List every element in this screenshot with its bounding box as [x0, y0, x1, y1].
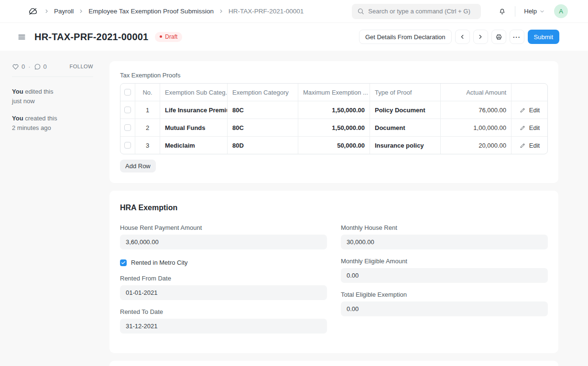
navbar-divider: [515, 6, 515, 17]
sidebar-reactions: 0 · 0 FOLLOW: [12, 63, 93, 70]
chevron-left-icon: [459, 33, 466, 40]
cell-category[interactable]: 80C: [228, 101, 298, 118]
row-edit-button[interactable]: Edit: [520, 124, 540, 131]
cell-category[interactable]: 80D: [228, 137, 298, 154]
print-button[interactable]: [491, 30, 506, 44]
row-edit-button[interactable]: Edit: [520, 107, 540, 114]
total-eligible-exemption-input[interactable]: 0.00: [341, 301, 548, 316]
dot-separator: ·: [28, 63, 30, 70]
pencil-icon: [520, 125, 526, 131]
status-badge: Draft: [155, 32, 182, 42]
cell-max-exemption[interactable]: 50,000.00: [298, 137, 370, 154]
timeline-when: just now: [12, 97, 35, 105]
rented-in-metro-label[interactable]: Rented in Metro City: [131, 259, 188, 266]
get-details-button[interactable]: Get Details From Declaration: [359, 30, 452, 44]
edit-label: Edit: [529, 124, 540, 131]
like-group[interactable]: 0: [12, 63, 25, 70]
col-header-max-exemption: Maximum Exemption ...: [298, 84, 370, 101]
timeline-action: edited this: [25, 88, 53, 95]
cell-no: 1: [135, 101, 160, 118]
col-header-category: Exemption Category: [228, 84, 298, 101]
cell-proof-type[interactable]: Policy Document: [370, 101, 441, 118]
help-label: Help: [524, 8, 537, 15]
hra-exemption-card: HRA Exemption House Rent Payment Amount …: [109, 191, 558, 353]
field-label: Total Eligible Exemption: [341, 291, 548, 298]
hamburger-icon[interactable]: [17, 32, 26, 42]
breadcrumb-current-doc: HR-TAX-PRF-2021-00001: [229, 8, 304, 15]
row-checkbox[interactable]: [124, 124, 131, 131]
select-all-checkbox[interactable]: [124, 89, 131, 96]
cell-sub-category[interactable]: Life Insurance Premium: [160, 101, 228, 118]
avatar[interactable]: A: [554, 4, 568, 18]
cell-actual-amount[interactable]: 1,00,000.00: [441, 119, 512, 136]
cell-sub-category[interactable]: Mediclaim: [160, 137, 228, 154]
field-rented-in-metro: Rented in Metro City: [120, 259, 327, 266]
row-edit-button[interactable]: Edit: [520, 142, 540, 149]
follow-button[interactable]: FOLLOW: [70, 64, 93, 69]
breadcrumb-doctype[interactable]: Employee Tax Exemption Proof Submission: [88, 8, 214, 15]
navbar: Payroll Employee Tax Exemption Proof Sub…: [0, 0, 588, 23]
page-head: HR-TAX-PRF-2021-00001 Draft Get Details …: [0, 23, 588, 51]
search-input[interactable]: Search or type a command (Ctrl + G): [352, 4, 481, 19]
breadcrumb-payroll[interactable]: Payroll: [54, 8, 74, 15]
app-logo-cloud-slash-icon[interactable]: [28, 6, 38, 17]
field-rented-from: Rented From Date 01-01-2021: [120, 275, 327, 300]
edit-label: Edit: [529, 107, 540, 114]
pencil-icon: [520, 142, 526, 149]
form-sidebar: 0 · 0 FOLLOW You edited this just now Yo…: [12, 51, 93, 366]
table-row: 1 Life Insurance Premium 80C 1,50,000.00…: [120, 101, 547, 119]
rented-from-date-input[interactable]: 01-01-2021: [120, 285, 327, 300]
field-rented-to: Rented To Date 31-12-2021: [120, 308, 327, 334]
cell-proof-type[interactable]: Insurance policy: [370, 137, 441, 154]
proofs-table-label: Tax Exemption Proofs: [120, 72, 548, 79]
cell-category[interactable]: 80C: [228, 119, 298, 136]
field-label: Rented To Date: [120, 308, 327, 315]
prev-document-button[interactable]: [455, 30, 470, 44]
monthly-house-rent-input[interactable]: 30,000.00: [341, 235, 548, 249]
monthly-eligible-amount-input[interactable]: 0.00: [341, 268, 548, 283]
field-monthly-house-rent: Monthly House Rent 30,000.00: [341, 224, 548, 249]
add-row-button[interactable]: Add Row: [120, 160, 156, 172]
submit-button[interactable]: Submit: [528, 30, 559, 44]
field-label: Rented From Date: [120, 275, 327, 282]
timeline-action: created this: [25, 115, 57, 122]
comment-group[interactable]: 0: [34, 63, 47, 70]
breadcrumb: Payroll Employee Tax Exemption Proof Sub…: [44, 8, 304, 15]
house-rent-payment-input[interactable]: 3,60,000.00: [120, 235, 327, 249]
col-header-sub-category: Exemption Sub Categ...: [160, 84, 228, 101]
likes-count: 0: [22, 63, 25, 70]
status-label: Draft: [165, 33, 177, 40]
next-document-button[interactable]: [473, 30, 488, 44]
cell-no: 3: [135, 137, 160, 154]
help-menu[interactable]: Help: [524, 8, 545, 15]
hra-right-column: Monthly House Rent 30,000.00 Monthly Eli…: [341, 224, 548, 324]
rented-to-date-input[interactable]: 31-12-2021: [120, 319, 327, 334]
chevron-right-icon: [477, 33, 484, 40]
cell-max-exemption[interactable]: 1,50,000.00: [298, 119, 370, 136]
field-label: Monthly Eligible Amount: [341, 258, 548, 265]
timeline-entry: You created this 2 minutes ago: [12, 114, 93, 132]
checkmark-icon: [121, 260, 126, 265]
cell-max-exemption[interactable]: 1,50,000.00: [298, 101, 370, 118]
status-dot: [160, 35, 162, 38]
rented-in-metro-checkbox[interactable]: [120, 259, 127, 266]
cell-no: 2: [135, 119, 160, 136]
row-checkbox[interactable]: [124, 142, 131, 149]
field-monthly-eligible: Monthly Eligible Amount 0.00: [341, 258, 548, 283]
row-checkbox[interactable]: [124, 107, 131, 113]
cell-actual-amount[interactable]: 76,000.00: [441, 101, 512, 118]
totals-card: Total Actual Amount 5,56,000.00 Total Ex…: [109, 361, 558, 366]
timeline-who: You: [12, 88, 23, 95]
table-header-row: No. Exemption Sub Categ... Exemption Cat…: [120, 84, 547, 101]
hra-left-column: House Rent Payment Amount 3,60,000.00 Re…: [120, 224, 327, 342]
col-header-no: No.: [135, 84, 160, 101]
tax-exemption-proofs-card: Tax Exemption Proofs No. Exemption Sub C…: [109, 61, 558, 183]
navbar-right: Search or type a command (Ctrl + G) Help…: [352, 4, 568, 19]
timeline-entry: You edited this just now: [12, 87, 93, 106]
bell-icon[interactable]: [498, 7, 506, 15]
more-menu-button[interactable]: ···: [510, 30, 524, 44]
cell-sub-category[interactable]: Mutual Funds: [160, 119, 228, 136]
cell-proof-type[interactable]: Document: [370, 119, 441, 136]
table-row: 3 Mediclaim 80D 50,000.00 Insurance poli…: [120, 137, 547, 154]
cell-actual-amount[interactable]: 20,000.00: [441, 137, 512, 154]
